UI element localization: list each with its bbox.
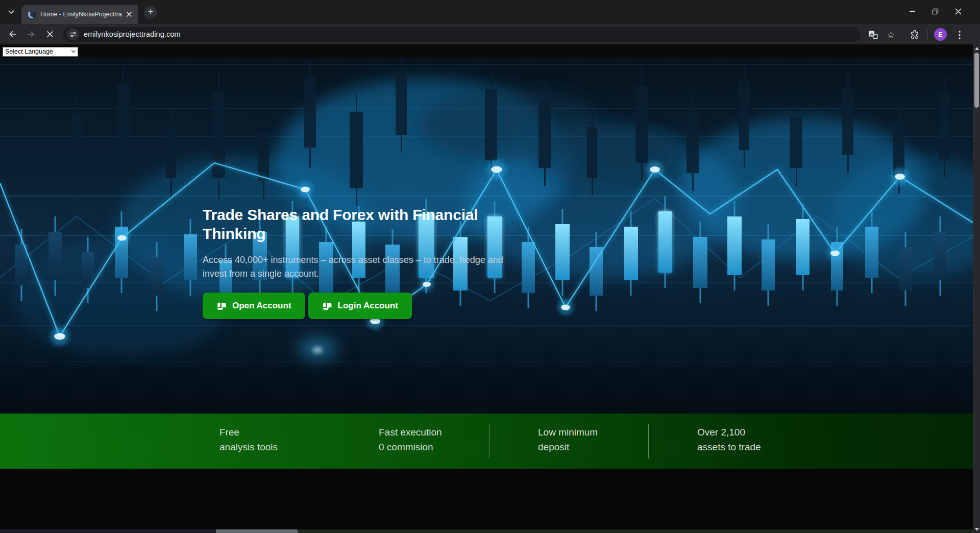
next-section-edge-middle [216,529,298,533]
feature-low-deposit: Low minimum deposit [538,425,598,454]
feature-fast-execution: Fast execution 0 commision [379,425,442,454]
browser-toolbar: emilynkosiprojecttrading.com A ☆ E [0,24,980,44]
hero-heading-line1: Trade Shares and Forex with Financial [203,205,529,224]
window-restore-button[interactable] [924,0,947,22]
feature-divider [648,424,649,458]
scrollbar-thumb[interactable] [974,53,979,108]
browser-tab[interactable]: Home - EmilyNkosiProjecttra [21,5,137,24]
language-select[interactable]: Select Language [3,47,78,57]
scroll-icon [322,301,332,311]
scrollbar-up-arrow[interactable] [975,47,979,50]
next-section-edge-right [298,529,973,533]
toolbar-divider [927,30,928,39]
footer-dark-section [0,469,973,529]
feature-line: 0 commision [379,440,442,454]
tab-title: Home - EmilyNkosiProjecttra [40,11,122,18]
login-account-button[interactable]: Login Account [308,293,412,319]
language-bar: Select Language [0,44,973,58]
forward-button[interactable] [24,28,37,40]
features-banner: Free analysis tools Fast execution 0 com… [0,414,973,469]
translate-icon[interactable]: A [867,29,879,41]
feature-free-analysis: Free analysis tools [219,425,278,454]
hero-heading-line2: Thinking [203,224,529,243]
window-minimize-button[interactable] [901,0,924,22]
feature-assets: Over 2,100 assets to trade [697,425,761,454]
tab-search-chevron-icon[interactable] [6,7,16,17]
stop-loading-icon[interactable] [44,28,56,40]
hero-subheading-line2: invest from a single account. [203,267,540,281]
feature-divider [489,424,489,458]
feature-line: Fast execution [379,425,442,440]
feature-line: analysis tools [219,440,278,454]
login-account-label: Login Account [338,301,398,311]
scroll-icon [216,301,227,311]
feature-line: Low minimum [538,425,598,440]
bookmark-star-icon[interactable]: ☆ [885,29,897,41]
scrollbar-down-arrow[interactable] [975,528,979,531]
hero-subheading-line1: Access 40,000+ instruments – across asse… [203,253,540,267]
feature-line: assets to trade [697,440,761,454]
window-close-button[interactable] [947,0,970,22]
back-button[interactable] [6,28,18,40]
url-text: emilynkosiprojecttrading.com [84,30,181,38]
feature-line: Free [219,425,278,440]
extensions-puzzle-icon[interactable] [909,29,921,41]
page-scrollbar[interactable] [973,44,980,533]
feature-divider [330,424,330,458]
hero-heading: Trade Shares and Forex with Financial Th… [203,205,529,243]
feature-line: Over 2,100 [697,425,761,440]
next-section-edge-left [0,529,216,533]
address-bar[interactable]: emilynkosiprojecttrading.com [63,27,861,42]
hero-subheading: Access 40,000+ instruments – across asse… [203,253,540,281]
site-settings-tune-icon[interactable] [67,28,79,40]
tab-favicon-spinner-icon [28,10,36,18]
open-account-button[interactable]: Open Account [203,293,305,319]
hero-section: Trade Shares and Forex with Financial Th… [0,58,973,414]
tab-close-icon[interactable] [125,10,133,18]
tab-strip: Home - EmilyNkosiProjecttra + [0,0,980,24]
open-account-label: Open Account [232,301,291,311]
browser-window: Home - EmilyNkosiProjecttra + [0,0,980,533]
menu-kebab-icon[interactable] [953,29,966,41]
new-tab-button[interactable]: + [144,6,157,19]
page-viewport: Select Language [0,44,980,533]
feature-line: deposit [538,440,598,454]
profile-avatar[interactable]: E [934,28,947,41]
hero-buttons: Open Account Login Account [203,293,412,319]
